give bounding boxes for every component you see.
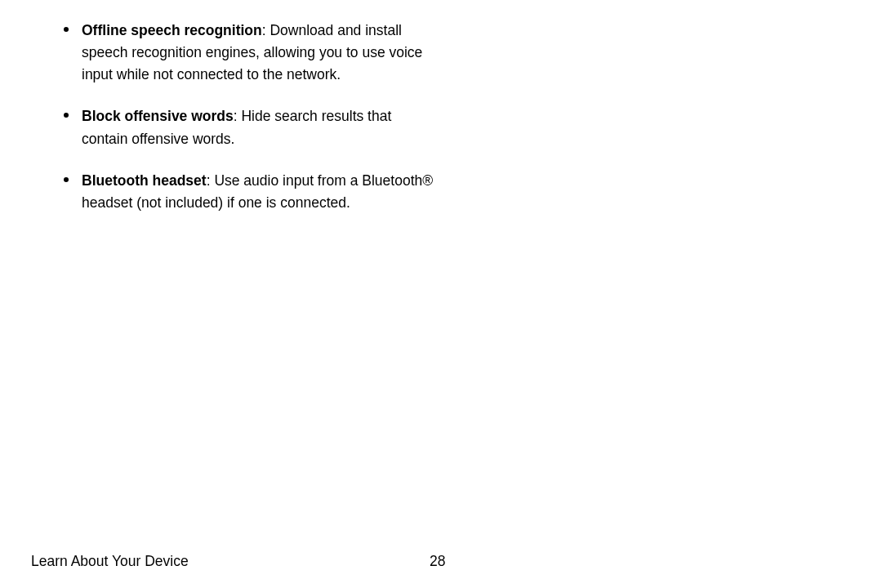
page-number: 28 xyxy=(430,553,445,570)
list-item: Bluetooth headset: Use audio input from … xyxy=(57,170,441,214)
feature-list: Offline speech recognition: Download and… xyxy=(57,20,441,214)
list-item: Block offensive words: Hide search resul… xyxy=(57,105,441,149)
item-term: Offline speech recognition xyxy=(82,22,262,38)
item-term: Block offensive words xyxy=(82,108,234,124)
item-term: Bluetooth headset xyxy=(82,172,207,189)
list-item: Offline speech recognition: Download and… xyxy=(57,20,441,86)
page-content: Offline speech recognition: Download and… xyxy=(0,0,441,214)
footer-section-title: Learn About Your Device xyxy=(31,553,189,570)
page-footer: Learn About Your Device 28 xyxy=(31,553,472,570)
